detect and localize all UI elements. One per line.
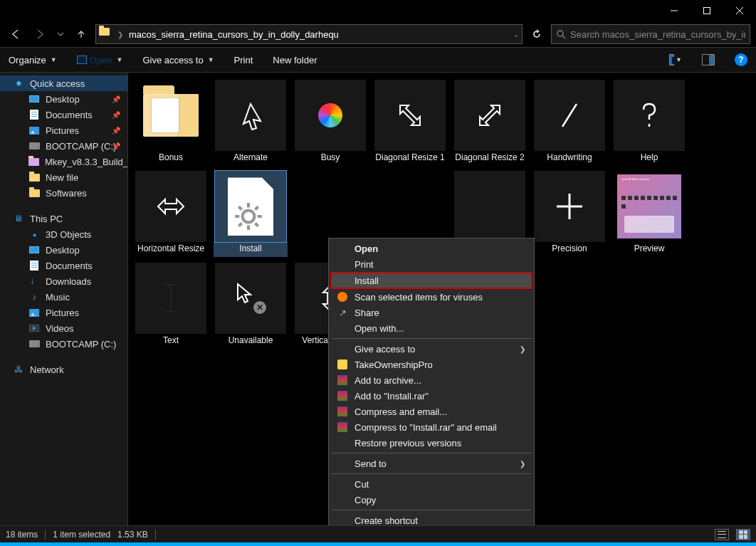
sidebar-mkey[interactable]: Mkey_v8.3.3_Build_0 (0, 154, 127, 169)
ctx-restore-versions[interactable]: Restore previous versions (330, 435, 532, 451)
preview-pane-icon (702, 54, 715, 65)
ctx-separator (332, 453, 531, 453)
file-item-alternate[interactable]: Alternate (214, 80, 288, 165)
back-button[interactable] (6, 24, 26, 44)
sidebar-documents[interactable]: Documents 📌 (0, 107, 127, 122)
file-item-unavailable[interactable]: ✕ Unavailable (214, 263, 288, 348)
history-dropdown-icon[interactable]: ⌄ (513, 31, 519, 38)
close-icon (735, 6, 744, 15)
preview-pane-button[interactable] (702, 53, 715, 66)
up-button[interactable] (71, 24, 91, 44)
sidebar-bootcamp-2[interactable]: BOOTCAMP (C:) (0, 336, 127, 352)
ctx-takeownership[interactable]: TakeOwnershipPro (330, 357, 532, 372)
help-button[interactable]: ? (735, 53, 747, 66)
sidebar-pictures-2[interactable]: Pictures (0, 305, 127, 320)
sidebar-desktop-2[interactable]: Desktop (0, 242, 127, 258)
cursor-thumbnail (135, 263, 206, 334)
file-item-help[interactable]: Help (612, 80, 686, 165)
pin-icon: 📌 (112, 95, 120, 103)
status-separator (45, 530, 46, 540)
file-item-diagonal-1[interactable]: Diagonal Resize 1 (373, 80, 447, 165)
sidebar-new-file[interactable]: New file (0, 169, 127, 185)
up-arrow-icon (75, 28, 87, 40)
large-icons-view-button[interactable] (736, 529, 750, 540)
address-bar[interactable]: ❯ macos_sierra_retina_cursors_by_in_doll… (95, 24, 523, 44)
sidebar-network[interactable]: 🖧 Network (0, 362, 127, 377)
close-button[interactable] (723, 0, 756, 21)
ctx-open[interactable]: Open (330, 241, 532, 256)
open-menu[interactable]: Open▼ (77, 55, 123, 65)
cursor-thumbnail (534, 171, 605, 242)
ctx-open-with[interactable]: Open with... (330, 320, 532, 336)
caret-down-icon: ▼ (208, 56, 214, 63)
file-label: Bonus (159, 152, 183, 162)
sidebar-downloads[interactable]: Downloads (0, 273, 127, 289)
ctx-scan-viruses[interactable]: Scan selected items for viruses (330, 289, 532, 305)
ctx-give-access[interactable]: Give access to❯ (330, 341, 532, 357)
ctx-install[interactable]: Install (330, 272, 532, 289)
file-label: Busy (321, 152, 340, 162)
file-label: Diagonal Resize 2 (455, 152, 524, 162)
file-item-busy[interactable]: Busy (293, 80, 367, 165)
ctx-copy[interactable]: Copy (330, 492, 532, 508)
print-label: Print (234, 55, 253, 65)
sidebar-3d-objects[interactable]: ⬥ 3D Objects (0, 226, 127, 242)
file-label: Unavailable (229, 335, 273, 345)
sidebar-label: Pictures (46, 125, 79, 136)
forward-button[interactable] (30, 24, 50, 44)
file-item-diagonal-2[interactable]: Diagonal Resize 2 (453, 80, 527, 165)
file-grid[interactable]: Bonus Alternate Busy (128, 73, 756, 525)
file-item-bonus[interactable]: Bonus (134, 80, 208, 165)
sidebar-label: Music (46, 292, 70, 303)
file-item-precision[interactable]: Precision (532, 171, 607, 256)
ctx-print[interactable]: Print (330, 256, 532, 272)
organize-menu[interactable]: Organize▼ (9, 55, 57, 65)
recent-locations-button[interactable] (54, 24, 67, 44)
organize-label: Organize (9, 55, 46, 65)
file-item-horizontal-resize[interactable]: Horizontal Resize (134, 171, 208, 256)
minimize-icon (670, 6, 678, 15)
ctx-create-shortcut[interactable]: Create shortcut (330, 513, 532, 525)
new-folder-button[interactable]: New folder (273, 55, 317, 65)
sidebar-desktop[interactable]: Desktop 📌 (0, 91, 127, 107)
address-bar-row: ❯ macos_sierra_retina_cursors_by_in_doll… (0, 21, 756, 47)
sidebar-pictures[interactable]: Pictures 📌 (0, 122, 127, 138)
search-input[interactable] (570, 29, 745, 40)
maximize-button[interactable] (691, 0, 723, 21)
sidebar-bootcamp[interactable]: BOOTCAMP (C:) 📌 (0, 138, 127, 154)
ctx-label: Create shortcut (355, 515, 418, 526)
ctx-share[interactable]: ↗Share (330, 305, 532, 320)
pin-icon: 📌 (112, 111, 120, 119)
sidebar-quick-access[interactable]: ★ Quick access (0, 75, 127, 91)
music-icon: ♪ (28, 291, 40, 303)
ctx-compress-email[interactable]: Compress and email... (330, 404, 532, 419)
give-access-menu[interactable]: Give access to▼ (142, 55, 214, 65)
sidebar-this-pc[interactable]: 🖥 This PC (0, 211, 127, 226)
status-selected-count: 1 item selected (53, 530, 110, 540)
ctx-compress-rar-email[interactable]: Compress to "Install.rar" and email (330, 419, 532, 435)
file-item-text[interactable]: Text (134, 263, 208, 348)
ctx-add-rar[interactable]: Add to "Install.rar" (330, 388, 532, 404)
view-options-button[interactable]: ▼ (669, 53, 682, 66)
details-view-button[interactable] (715, 529, 729, 540)
cursor-arrow-up-icon (233, 98, 268, 132)
sidebar-softwares[interactable]: Softwares (0, 185, 127, 201)
cube-icon: ⬥ (28, 229, 40, 240)
sidebar-videos[interactable]: Videos (0, 320, 127, 336)
ctx-send-to[interactable]: Send to❯ (330, 456, 532, 471)
sidebar-music[interactable]: ♪ Music (0, 289, 127, 305)
file-item-handwriting[interactable]: Handwriting (532, 80, 607, 165)
file-item-install[interactable]: Install (214, 171, 288, 256)
pin-icon: 📌 (112, 127, 120, 135)
search-box[interactable] (551, 24, 750, 44)
sidebar-documents-2[interactable]: Documents (0, 258, 127, 273)
sidebar-label: Desktop (46, 245, 80, 256)
print-button[interactable]: Print (234, 55, 253, 65)
ctx-add-archive[interactable]: Add to archive... (330, 372, 532, 388)
breadcrumb-path[interactable]: macos_sierra_retina_cursors_by_in_dolly_… (129, 29, 508, 40)
file-label: Handwriting (547, 152, 592, 162)
file-item-preview[interactable]: macOS Sierra cursors Preview (612, 171, 686, 256)
minimize-button[interactable] (658, 0, 691, 21)
ctx-cut[interactable]: Cut (330, 476, 532, 492)
refresh-button[interactable] (527, 24, 547, 44)
